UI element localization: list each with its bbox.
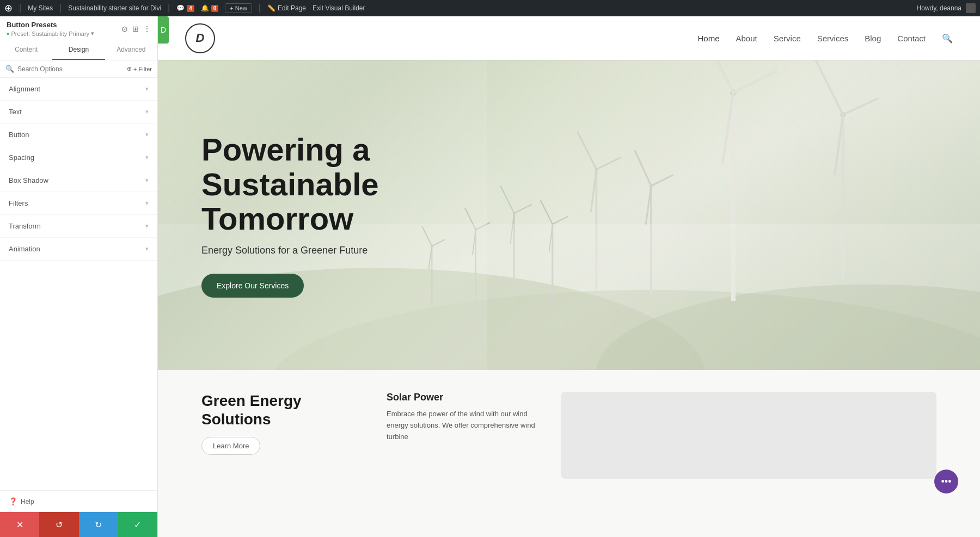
option-animation[interactable]: Animation ▾ bbox=[0, 238, 157, 261]
admin-bar-right: Howdy, deanna bbox=[917, 3, 976, 13]
filter-icon: ⊕ bbox=[127, 65, 132, 72]
option-button[interactable]: Button ▾ bbox=[0, 124, 157, 146]
exit-builder-label: Exit Visual Builder bbox=[313, 4, 365, 12]
panel-tabs: Content Design Advanced bbox=[0, 40, 157, 60]
solar-power-section: Solar Power Embrace the power of the win… bbox=[387, 392, 539, 442]
option-button-label: Button bbox=[9, 131, 29, 139]
preset-dot: ● bbox=[7, 31, 9, 36]
comments-link[interactable]: 💬 4 bbox=[176, 4, 194, 12]
new-button[interactable]: + New bbox=[225, 3, 252, 13]
panel-preset: ● Preset: Sustainability Primary ▾ bbox=[7, 30, 94, 37]
transform-chevron-icon: ▾ bbox=[145, 223, 149, 230]
learn-more-button[interactable]: Learn More bbox=[201, 437, 260, 455]
divi-handle[interactable]: D bbox=[158, 16, 169, 44]
help-row[interactable]: ❓ Help bbox=[0, 490, 157, 512]
option-alignment[interactable]: Alignment ▾ bbox=[0, 78, 157, 101]
help-icon: ❓ bbox=[9, 497, 17, 505]
howdy-label: Howdy, deanna bbox=[917, 4, 962, 12]
nav-search-icon[interactable]: 🔍 bbox=[942, 33, 953, 44]
filter-button[interactable]: ⊕ + Filter bbox=[127, 65, 152, 72]
hero-subtitle: Energy Solutions for a Greener Future bbox=[201, 245, 495, 256]
button-chevron-icon: ▾ bbox=[145, 131, 149, 138]
search-icon: 🔍 bbox=[5, 65, 14, 73]
undo-icon: ↺ bbox=[56, 520, 63, 530]
option-box-shadow-label: Box Shadow bbox=[9, 176, 48, 184]
left-panel: Button Presets ● Preset: Sustainability … bbox=[0, 16, 158, 537]
site-name-link[interactable]: Sustainability starter site for Divi bbox=[68, 4, 161, 12]
site-header: D Home About Service Services Blog Conta… bbox=[158, 16, 980, 60]
option-filters[interactable]: Filters ▾ bbox=[0, 192, 157, 215]
text-chevron-icon: ▾ bbox=[145, 108, 149, 115]
my-sites-link[interactable]: My Sites bbox=[28, 4, 53, 12]
nav-contact[interactable]: Contact bbox=[897, 34, 926, 43]
tab-advanced[interactable]: Advanced bbox=[105, 40, 157, 60]
panel-settings-icon[interactable]: ⊙ bbox=[121, 24, 128, 33]
option-text[interactable]: Text ▾ bbox=[0, 101, 157, 124]
alignment-chevron-icon: ▾ bbox=[145, 85, 149, 92]
edit-page-link[interactable]: ✏️ Edit Page bbox=[267, 4, 306, 12]
wordpress-icon[interactable]: ⊕ bbox=[4, 2, 13, 14]
save-icon: ✓ bbox=[134, 520, 141, 530]
undo-button[interactable]: ↺ bbox=[39, 512, 78, 537]
fab-dots-icon: ••• bbox=[941, 476, 952, 487]
panel-more-icon[interactable]: ⋮ bbox=[143, 24, 151, 33]
filters-chevron-icon: ▾ bbox=[145, 200, 149, 207]
cancel-button[interactable]: ✕ bbox=[0, 512, 39, 537]
option-spacing[interactable]: Spacing ▾ bbox=[0, 146, 157, 169]
main-layout: Button Presets ● Preset: Sustainability … bbox=[0, 16, 980, 537]
solar-power-text: Embrace the power of the wind with our w… bbox=[387, 409, 539, 442]
redo-button[interactable]: ↻ bbox=[79, 512, 118, 537]
nav-blog[interactable]: Blog bbox=[865, 34, 881, 43]
hero-content: Powering a Sustainable Tomorrow Energy S… bbox=[158, 132, 539, 298]
notifications-link[interactable]: 🔔 0 bbox=[201, 4, 219, 12]
option-alignment-label: Alignment bbox=[9, 85, 40, 93]
site-nav: Home About Service Services Blog Contact… bbox=[697, 33, 953, 44]
divi-logo-icon: D bbox=[161, 26, 166, 34]
options-list: Alignment ▾ Text ▾ Button ▾ Spacing ▾ Bo… bbox=[0, 78, 157, 490]
cancel-icon: ✕ bbox=[16, 520, 23, 530]
box-shadow-chevron-icon: ▾ bbox=[145, 177, 149, 184]
option-transform-label: Transform bbox=[9, 222, 41, 230]
option-transform[interactable]: Transform ▾ bbox=[0, 215, 157, 238]
nav-home[interactable]: Home bbox=[697, 34, 719, 43]
fab-button[interactable]: ••• bbox=[934, 470, 958, 493]
redo-icon: ↻ bbox=[95, 520, 102, 530]
below-hero-section: Green Energy Solutions Learn More Solar … bbox=[158, 370, 980, 537]
content-area: D D Home About Service Services Blog Con… bbox=[158, 16, 980, 537]
filter-label: + Filter bbox=[133, 66, 152, 72]
site-name-label: Sustainability starter site for Divi bbox=[68, 4, 161, 12]
option-spacing-label: Spacing bbox=[9, 153, 34, 162]
solar-power-title: Solar Power bbox=[387, 392, 539, 403]
search-row: 🔍 ⊕ + Filter bbox=[0, 60, 157, 78]
option-box-shadow[interactable]: Box Shadow ▾ bbox=[0, 169, 157, 192]
nav-service[interactable]: Service bbox=[774, 34, 801, 43]
panel-expand-icon[interactable]: ⊞ bbox=[132, 24, 139, 33]
nav-services[interactable]: Services bbox=[817, 34, 849, 43]
my-sites-label: My Sites bbox=[28, 4, 53, 12]
green-energy-section: Green Energy Solutions Learn More bbox=[201, 392, 365, 455]
spacing-chevron-icon: ▾ bbox=[145, 154, 149, 161]
exit-builder-link[interactable]: Exit Visual Builder bbox=[313, 4, 365, 12]
tab-content[interactable]: Content bbox=[0, 40, 52, 60]
hero-title: Powering a Sustainable Tomorrow bbox=[201, 132, 495, 236]
panel-title: Button Presets bbox=[7, 21, 94, 29]
search-input[interactable] bbox=[17, 65, 124, 73]
admin-bar: ⊕ | My Sites | Sustainability starter si… bbox=[0, 0, 980, 16]
green-energy-title: Green Energy Solutions bbox=[201, 392, 365, 428]
user-avatar[interactable] bbox=[966, 3, 976, 13]
notif-badge: 0 bbox=[211, 5, 219, 12]
option-text-label: Text bbox=[9, 108, 22, 116]
explore-services-button[interactable]: Explore Our Services bbox=[201, 274, 304, 298]
site-logo: D bbox=[185, 23, 215, 53]
preset-chevron: ▾ bbox=[91, 30, 94, 37]
edit-page-label: Edit Page bbox=[278, 4, 306, 12]
hero-section: Powering a Sustainable Tomorrow Energy S… bbox=[158, 60, 980, 370]
option-animation-label: Animation bbox=[9, 245, 40, 253]
animation-chevron-icon: ▾ bbox=[145, 245, 149, 252]
nav-about[interactable]: About bbox=[736, 34, 757, 43]
option-filters-label: Filters bbox=[9, 199, 28, 207]
tab-design[interactable]: Design bbox=[52, 40, 105, 60]
save-button[interactable]: ✓ bbox=[118, 512, 157, 537]
panel-header: Button Presets ● Preset: Sustainability … bbox=[0, 16, 157, 40]
preset-label: Preset: Sustainability Primary bbox=[11, 30, 89, 37]
